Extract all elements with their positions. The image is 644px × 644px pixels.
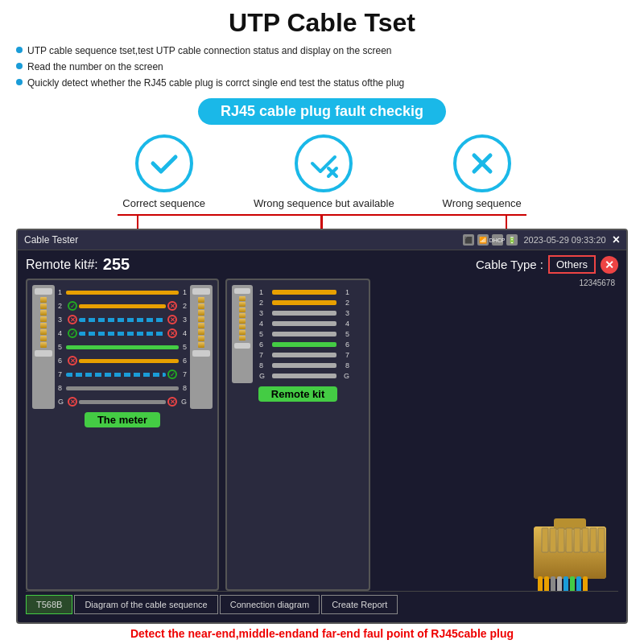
connector-lines <box>89 214 555 229</box>
rw-bar-g <box>272 374 336 378</box>
cable-row-8: 8 8 <box>58 382 187 394</box>
svg-rect-22 <box>598 528 605 552</box>
feature-list: UTP cable sequence tset,test UTP cable c… <box>16 44 628 92</box>
tab-report[interactable]: Create Report <box>321 595 398 614</box>
bullet-1: UTP cable sequence tset,test UTP cable c… <box>16 44 628 58</box>
seq-wrong-label: Wrong sequence <box>443 197 522 209</box>
rw-6: 6 6 <box>259 341 361 349</box>
bottom-text: Detect the near-end,middle-endand far-en… <box>130 627 514 640</box>
rw-bar-6 <box>272 342 336 347</box>
ok-2-l: ✓ <box>68 301 77 311</box>
tab-t568b[interactable]: T568B <box>26 595 72 614</box>
meter-label: The meter <box>85 412 160 427</box>
cable-row-1: 1 1 <box>58 287 187 298</box>
rw-bar-2 <box>272 300 336 305</box>
check-icon <box>147 146 182 181</box>
ok-4-l: ✓ <box>68 328 77 338</box>
cable-row-2: 2 ✓ ✕ 2 <box>58 300 187 312</box>
titlebar: Cable Tester ⬛ 📶 DHCP 🔋 2023-05-29 09:33… <box>18 230 626 250</box>
titlebar-icons: ⬛ 📶 DHCP 🔋 <box>463 234 518 246</box>
wire-5 <box>66 345 179 349</box>
svg-rect-12 <box>570 576 575 591</box>
bullet-2: Read the number on the screen <box>16 60 628 74</box>
right-connector-meter <box>190 285 213 409</box>
svg-rect-21 <box>590 528 597 552</box>
svg-rect-15 <box>542 528 548 552</box>
remote-kit-info: Remote kit#: 255 <box>26 255 130 274</box>
cable-row-7: 7 ✓ 7 <box>58 369 187 380</box>
seq-correct: Correct sequence <box>122 134 205 209</box>
rw-8: 8 8 <box>259 361 361 369</box>
bullet-3: Quickly detect whether the RJ45 cable pl… <box>16 76 628 90</box>
rw-bar-8 <box>272 363 336 368</box>
rw-7: 7 7 <box>259 351 361 359</box>
x-icon <box>464 146 500 181</box>
plug-container <box>377 289 618 590</box>
page-title: UTP Cable Tset <box>229 8 415 38</box>
right-panel: 12345678 <box>377 279 618 590</box>
err-g-r: ✕ <box>167 397 177 407</box>
rw-5: 5 5 <box>259 330 361 338</box>
rw-bar-7 <box>272 353 336 357</box>
gold-contacts <box>40 297 47 348</box>
app-name: Cable Tester <box>24 234 78 246</box>
err-3-r: ✕ <box>167 315 177 324</box>
seq-wrong: Wrong sequence <box>443 134 522 209</box>
remote-panel: 1 1 2 2 3 <box>225 279 370 590</box>
svg-rect-10 <box>557 576 562 591</box>
svg-rect-18 <box>566 528 572 552</box>
seq-wrong-circle <box>453 134 511 192</box>
screen-body: Remote kit#: 255 Cable Type : Others ✕ <box>18 250 626 622</box>
svg-rect-8 <box>544 576 549 591</box>
rw-bar-5 <box>272 332 336 336</box>
wire-8 <box>66 386 179 390</box>
pin-numbers: 12345678 <box>377 279 618 287</box>
svg-rect-7 <box>538 576 543 591</box>
cable-type-close[interactable]: ✕ <box>601 256 618 274</box>
svg-rect-19 <box>574 528 580 552</box>
rw-3: 3 3 <box>259 309 361 317</box>
cable-type-info: Cable Type : Others ✕ <box>476 255 618 274</box>
seq-wrong-available-label: Wrong sequence but available <box>254 197 394 209</box>
err-6-l: ✕ <box>68 356 77 365</box>
fault-badge: RJ45 cable plug fault checkig <box>198 98 446 125</box>
cables-area-meter: 1 1 2 ✓ ✕ 2 <box>58 285 187 409</box>
seq-wrong-available-circle <box>295 134 353 192</box>
icon-signal: 📶 <box>477 234 489 246</box>
meter-panel: 1 1 2 ✓ ✕ 2 <box>26 279 219 590</box>
wire-2 <box>79 304 166 308</box>
rw-4: 4 4 <box>259 320 361 328</box>
datetime: 2023-05-29 09:33:20 <box>524 235 606 245</box>
check-x-icon <box>306 146 341 181</box>
wire-7 <box>66 373 166 377</box>
rw-bar-1 <box>272 290 336 295</box>
rw-g: G G <box>259 372 361 380</box>
err-4-r: ✕ <box>167 328 177 338</box>
icon-dhcp: DHCP <box>492 234 503 246</box>
svg-rect-11 <box>564 576 568 591</box>
info-row: Remote kit#: 255 Cable Type : Others ✕ <box>26 255 618 274</box>
seq-correct-label: Correct sequence <box>122 197 205 209</box>
titlebar-right: ⬛ 📶 DHCP 🔋 2023-05-29 09:33:20 × <box>463 233 621 247</box>
rw-1: 1 1 <box>259 288 361 296</box>
tab-diagram[interactable]: Diagram of the cable sequence <box>74 595 217 614</box>
bullet-dot-2 <box>16 63 23 69</box>
svg-rect-13 <box>576 576 581 591</box>
rw-2: 2 2 <box>259 299 361 307</box>
cable-row-4: 4 ✓ ✕ 4 <box>58 328 187 339</box>
bullet-dot-3 <box>16 79 23 85</box>
err-2-r: ✕ <box>167 301 177 311</box>
cable-row-5: 5 5 <box>58 341 187 353</box>
close-button[interactable]: × <box>613 233 620 247</box>
svg-rect-17 <box>558 528 564 552</box>
cable-row-6: 6 ✕ 6 <box>58 355 187 366</box>
svg-rect-20 <box>582 528 588 552</box>
seq-correct-circle <box>135 134 193 192</box>
remote-kit-value: 255 <box>103 255 130 274</box>
tab-connection[interactable]: Connection diagram <box>220 595 320 614</box>
sequence-icons-row: Correct sequence Wrong sequence but avai… <box>16 134 628 209</box>
seq-wrong-available: Wrong sequence but available <box>254 134 394 209</box>
rj45-plug-svg <box>530 518 618 591</box>
wire-6 <box>79 359 179 363</box>
err-3-l: ✕ <box>68 315 77 324</box>
